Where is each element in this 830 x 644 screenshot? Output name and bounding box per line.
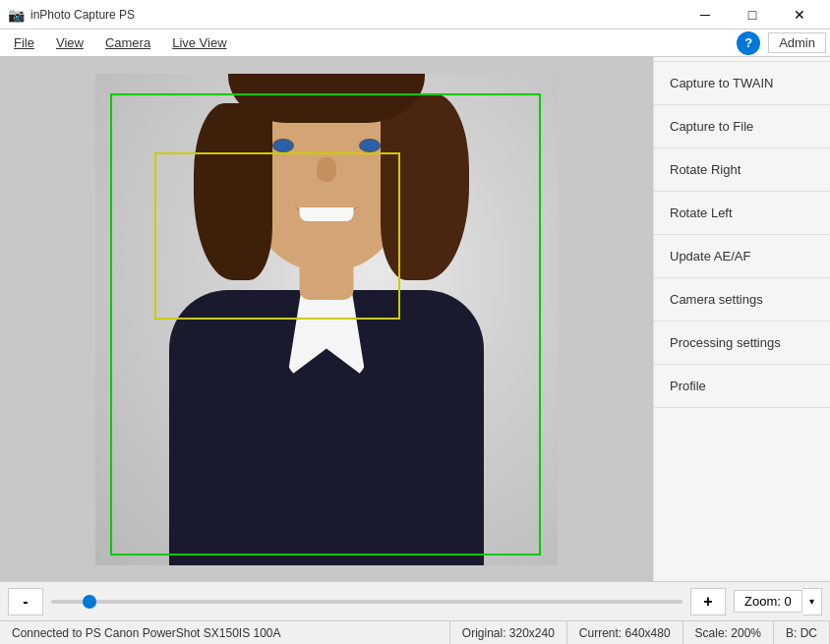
canvas-area — [0, 57, 653, 581]
zoom-plus-button[interactable]: + — [690, 588, 726, 615]
capture-file-button[interactable]: Capture to File — [654, 105, 830, 148]
window-controls: ─ □ ✕ — [682, 0, 822, 29]
zoom-value: Zoom: 0 — [734, 590, 802, 613]
minimize-button[interactable]: ─ — [682, 0, 728, 29]
person-hair-left — [194, 103, 272, 280]
menu-view[interactable]: View — [46, 31, 93, 54]
zoom-display: Zoom: 0 ▾ — [734, 588, 822, 615]
status-connection: Connected to PS Canon PowerShot SX150IS … — [0, 621, 450, 644]
right-panel: Capture to TWAIN Capture to File Rotate … — [653, 57, 830, 581]
processing-settings-button[interactable]: Processing settings — [654, 322, 830, 365]
menu-items: File View Camera Live View — [4, 31, 237, 54]
zoom-dropdown-button[interactable]: ▾ — [802, 588, 822, 615]
close-button[interactable]: ✕ — [777, 0, 822, 29]
person-nose — [317, 157, 336, 182]
status-current: Current: 640x480 — [567, 621, 683, 644]
person-eye-left — [272, 139, 294, 152]
profile-button[interactable]: Profile — [654, 365, 830, 408]
menu-file[interactable]: File — [4, 31, 44, 54]
menu-bar: File View Camera Live View ? Admin — [0, 29, 830, 57]
menu-right-actions: ? Admin — [737, 31, 826, 55]
person-hair-top — [228, 74, 425, 123]
main-area: Capture to TWAIN Capture to File Rotate … — [0, 57, 830, 581]
status-bar: Connected to PS Canon PowerShot SX150IS … — [0, 620, 830, 644]
person-hair-right — [381, 93, 469, 280]
capture-twain-button[interactable]: Capture to TWAIN — [654, 61, 830, 105]
status-scale: Scale: 200% — [683, 621, 774, 644]
title-bar: 📷 inPhoto Capture PS ─ □ ✕ — [0, 0, 830, 29]
menu-liveview[interactable]: Live View — [162, 31, 236, 54]
person-eye-right — [359, 139, 381, 152]
slider-area: - + Zoom: 0 ▾ — [0, 581, 830, 620]
app-title: inPhoto Capture PS — [30, 8, 135, 22]
zoom-slider-track[interactable] — [51, 600, 682, 604]
camera-settings-button[interactable]: Camera settings — [654, 278, 830, 322]
menu-camera[interactable]: Camera — [95, 31, 160, 54]
person-eyes — [272, 139, 381, 152]
photo-wrapper — [95, 74, 558, 565]
rotate-left-button[interactable]: Rotate Left — [654, 192, 830, 235]
update-aeaf-button[interactable]: Update AE/AF — [654, 235, 830, 278]
zoom-slider-thumb[interactable] — [83, 595, 96, 609]
rotate-right-button[interactable]: Rotate Right — [654, 148, 830, 192]
status-original: Original: 320x240 — [450, 621, 567, 644]
help-button[interactable]: ? — [737, 31, 760, 55]
zoom-minus-button[interactable]: - — [8, 588, 43, 615]
person-teeth — [300, 207, 354, 221]
title-left: 📷 inPhoto Capture PS — [8, 7, 135, 23]
photo-container — [95, 74, 558, 565]
status-mode: B: DC — [774, 621, 830, 644]
app-icon: 📷 — [8, 7, 25, 23]
maximize-button[interactable]: □ — [730, 0, 775, 29]
admin-button[interactable]: Admin — [768, 32, 826, 53]
